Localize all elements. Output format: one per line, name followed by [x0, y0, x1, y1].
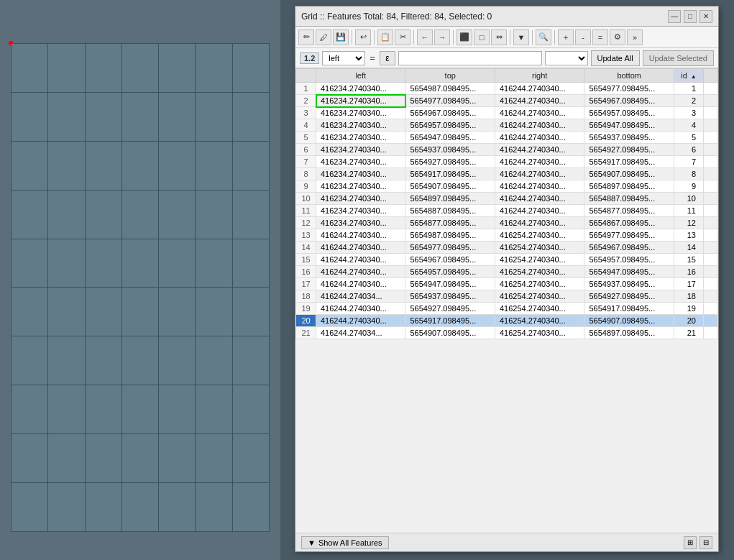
cell-top[interactable]: 5654967.098495...	[405, 254, 495, 266]
filter-button[interactable]: ▼	[513, 29, 529, 45]
cell-right[interactable]: 416254.2740340...	[495, 315, 584, 327]
cell-top[interactable]: 5654967.098495...	[405, 107, 495, 119]
cell-id[interactable]: 3	[674, 107, 703, 119]
table-row[interactable]: 9416234.2740340...5654907.098495...41624…	[296, 180, 718, 193]
cell-top[interactable]: 5654987.098495...	[405, 229, 495, 242]
cell-top[interactable]: 5654917.098495...	[405, 168, 495, 180]
cut-button[interactable]: ✂	[395, 29, 410, 45]
table-row[interactable]: 7416234.2740340...5654927.098495...41624…	[296, 156, 718, 168]
undo-button[interactable]: ↩	[355, 29, 371, 45]
table-row[interactable]: 20416244.2740340...5654917.098495...4162…	[296, 315, 718, 327]
cell-id[interactable]: 21	[674, 327, 703, 339]
table-row[interactable]: 8416234.2740340...5654917.098495...41624…	[296, 168, 718, 180]
col-header-right[interactable]: right	[495, 69, 584, 83]
cell-top[interactable]: 5654927.098495...	[405, 303, 495, 315]
update-selected-button[interactable]: Update Selected	[643, 50, 714, 66]
edit-pencil-button[interactable]: ✏	[298, 29, 314, 45]
cell-top[interactable]: 5654987.098495...	[405, 83, 495, 95]
nav-back-button[interactable]: ←	[417, 29, 433, 45]
invert-button[interactable]: ⇔	[491, 29, 507, 45]
cell-right[interactable]: 416254.2740340...	[495, 266, 584, 278]
col-header-id[interactable]: id ▲	[674, 69, 703, 83]
cell-top[interactable]: 5654907.098495...	[405, 327, 495, 339]
close-button[interactable]: ✕	[699, 10, 712, 23]
table-row[interactable]: 19416244.2740340...5654927.098495...4162…	[296, 303, 718, 315]
calc-button[interactable]: =	[592, 29, 608, 45]
table-row[interactable]: 3416234.2740340...5654967.098495...41624…	[296, 107, 718, 119]
cell-right[interactable]: 416244.2740340...	[495, 168, 584, 180]
cell-id[interactable]: 20	[674, 315, 703, 327]
cell-top[interactable]: 5654887.098495...	[405, 205, 495, 217]
expression-input[interactable]	[398, 51, 542, 65]
cell-left[interactable]: 416234.2740340...	[316, 83, 405, 95]
cell-top[interactable]: 5654957.098495...	[405, 266, 495, 278]
cell-bottom[interactable]: 5654867.098495...	[584, 217, 674, 229]
cell-id[interactable]: 7	[674, 156, 703, 168]
cell-top[interactable]: 5654957.098495...	[405, 119, 495, 132]
cell-right[interactable]: 416244.2740340...	[495, 180, 584, 193]
cell-left[interactable]: 416234.2740340...	[316, 193, 405, 205]
cell-right[interactable]: 416244.2740340...	[495, 156, 584, 168]
cell-left[interactable]: 416244.274034...	[316, 327, 405, 339]
save-button[interactable]: 💾	[333, 29, 349, 45]
cell-left[interactable]: 416234.2740340...	[316, 205, 405, 217]
table-row[interactable]: 13416244.2740340...5654987.098495...4162…	[296, 229, 718, 242]
cell-top[interactable]: 5654917.098495...	[405, 315, 495, 327]
cell-top[interactable]: 5654877.098495...	[405, 217, 495, 229]
cell-id[interactable]: 13	[674, 229, 703, 242]
cell-bottom[interactable]: 5654977.098495...	[584, 83, 674, 95]
zoom-button[interactable]: 🔍	[536, 29, 551, 45]
table-row[interactable]: 14416244.2740340...5654977.098495...4162…	[296, 242, 718, 254]
cell-id[interactable]: 6	[674, 144, 703, 156]
cell-right[interactable]: 416244.2740340...	[495, 107, 584, 119]
more-button[interactable]: »	[627, 29, 643, 45]
cell-left[interactable]: 416244.2740340...	[316, 266, 405, 278]
table-row[interactable]: 17416244.2740340...5654947.098495...4162…	[296, 278, 718, 290]
cell-top[interactable]: 5654907.098495...	[405, 180, 495, 193]
cell-right[interactable]: 416244.2740340...	[495, 83, 584, 95]
cell-bottom[interactable]: 5654907.098495...	[584, 168, 674, 180]
cell-bottom[interactable]: 5654937.098495...	[584, 278, 674, 290]
table-row[interactable]: 15416244.2740340...5654967.098495...4162…	[296, 254, 718, 266]
table-row[interactable]: 11416234.2740340...5654887.098495...4162…	[296, 205, 718, 217]
cell-left[interactable]: 416244.2740340...	[316, 278, 405, 290]
cell-bottom[interactable]: 5654907.098495...	[584, 315, 674, 327]
cell-id[interactable]: 17	[674, 278, 703, 290]
cell-id[interactable]: 11	[674, 205, 703, 217]
update-all-button[interactable]: Update All	[591, 50, 640, 66]
table-row[interactable]: 2416234.2740340...5654977.098495...41624…	[296, 95, 718, 107]
cell-right[interactable]: 416254.2740340...	[495, 303, 584, 315]
cell-bottom[interactable]: 5654947.098495...	[584, 119, 674, 132]
show-features-button[interactable]: ▼ Show All Features	[301, 536, 389, 549]
delete-field-button[interactable]: -	[575, 29, 591, 45]
cell-left[interactable]: 416234.2740340...	[316, 156, 405, 168]
cell-bottom[interactable]: 5654927.098495...	[584, 144, 674, 156]
col-header-left[interactable]: left	[316, 69, 405, 83]
cell-top[interactable]: 5654937.098495...	[405, 144, 495, 156]
cell-bottom[interactable]: 5654897.098495...	[584, 180, 674, 193]
cell-top[interactable]: 5654977.098495...	[405, 242, 495, 254]
cell-id[interactable]: 19	[674, 303, 703, 315]
cell-bottom[interactable]: 5654967.098495...	[584, 95, 674, 107]
cell-top[interactable]: 5654897.098495...	[405, 193, 495, 205]
deselect-button[interactable]: □	[474, 29, 490, 45]
nav-forward-button[interactable]: →	[434, 29, 450, 45]
cell-bottom[interactable]: 5654947.098495...	[584, 266, 674, 278]
col-header-bottom[interactable]: bottom	[584, 69, 674, 83]
cell-id[interactable]: 16	[674, 266, 703, 278]
table-row[interactable]: 4416234.2740340...5654957.098495...41624…	[296, 119, 718, 132]
cell-top[interactable]: 5654977.098495...	[405, 95, 495, 107]
cell-right[interactable]: 416254.2740340...	[495, 229, 584, 242]
cell-left[interactable]: 416234.2740340...	[316, 217, 405, 229]
col-settings-button[interactable]: ⚙	[610, 29, 625, 45]
cell-left[interactable]: 416244.2740340...	[316, 242, 405, 254]
cell-right[interactable]: 416254.2740340...	[495, 254, 584, 266]
cell-bottom[interactable]: 5654937.098495...	[584, 132, 674, 144]
cell-bottom[interactable]: 5654877.098495...	[584, 205, 674, 217]
cell-id[interactable]: 5	[674, 132, 703, 144]
cell-right[interactable]: 416244.2740340...	[495, 217, 584, 229]
cell-left[interactable]: 416234.2740340...	[316, 180, 405, 193]
clipboard-button[interactable]: 📋	[377, 29, 393, 45]
cell-bottom[interactable]: 5654917.098495...	[584, 156, 674, 168]
cell-left[interactable]: 416244.2740340...	[316, 229, 405, 242]
